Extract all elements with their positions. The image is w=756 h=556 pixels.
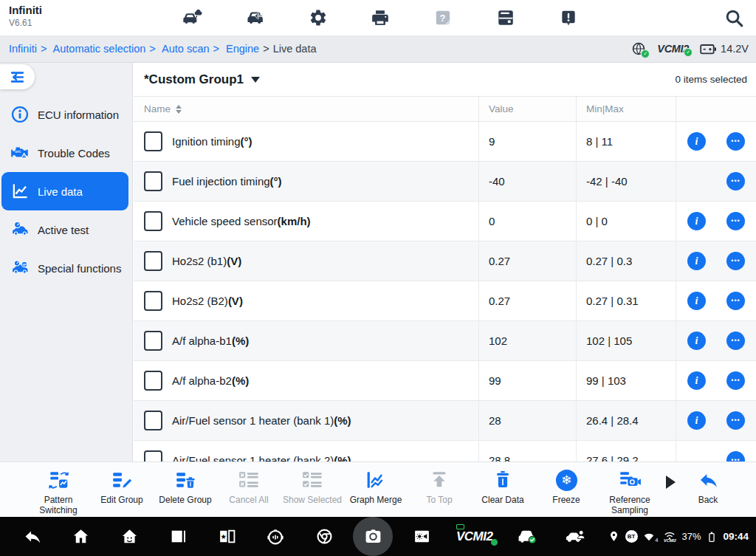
parameter-value: -40 <box>478 162 576 201</box>
more-options-button[interactable]: ••• <box>726 451 745 461</box>
nav-home-android-icon[interactable] <box>112 522 146 552</box>
info-button[interactable]: i <box>687 132 706 151</box>
toolbar-button[interactable]: Reference Sampling <box>598 467 662 516</box>
vci-green-dot <box>491 539 498 546</box>
nav-assistant-icon[interactable] <box>258 522 292 552</box>
table-row[interactable]: Ignition timing(°) 9 8 | 11 i ••• <box>134 122 756 162</box>
cancel-all-icon <box>237 467 261 492</box>
row-checkbox[interactable] <box>144 171 162 191</box>
sidebar-item[interactable]: SP Special functions <box>0 249 133 287</box>
delete-group-icon <box>173 467 197 492</box>
info-button[interactable]: i <box>687 212 706 230</box>
more-options-button[interactable]: ••• <box>726 172 745 191</box>
table-row[interactable]: A/f alpha-b2(%) 99 99 | 103 i ••• <box>134 361 756 401</box>
row-checkbox[interactable] <box>144 411 162 430</box>
table-row[interactable]: Vehicle speed sensor(km/h) 0 0 | 0 i ••• <box>134 202 756 241</box>
active-test-icon <box>10 220 30 239</box>
nav-recents-icon[interactable] <box>161 522 195 552</box>
table-row[interactable]: A/f alpha-b1(%) 102 102 | 105 i ••• <box>134 321 756 361</box>
nav-chrome-icon[interactable] <box>307 522 341 552</box>
settings-gear-icon[interactable] <box>305 7 331 29</box>
report-icon[interactable] <box>555 7 582 29</box>
toolbar-button[interactable]: Edit Group <box>90 467 154 505</box>
table-row[interactable]: Air/Fuel sensor 1 heater (bank 1)(%) 28 … <box>134 401 756 441</box>
collapse-menu-icon <box>8 68 27 86</box>
nav-back-icon[interactable] <box>15 522 49 552</box>
sidebar-collapse-button[interactable] <box>0 64 35 89</box>
table-row[interactable]: Ho2s2 (B2)(V) 0.27 0.27 | 0.31 i ••• <box>134 281 756 321</box>
data-save-icon[interactable] <box>492 7 519 29</box>
more-options-button[interactable]: ••• <box>726 411 745 430</box>
status-cluster: BT 4 VCMI2 37% 09:44 <box>608 530 749 543</box>
help-icon[interactable]: ? <box>430 7 456 29</box>
row-checkbox[interactable] <box>144 291 162 311</box>
breadcrumb-link[interactable]: Automatic selection <box>53 43 146 55</box>
row-checkbox[interactable] <box>144 450 162 461</box>
breadcrumb-link[interactable]: Infiniti <box>9 43 37 55</box>
info-button[interactable]: i <box>687 292 706 310</box>
parameter-name: Air/Fuel sensor 1 heater (bank 1) <box>172 414 334 427</box>
breadcrumb-item: Engine> <box>226 43 259 55</box>
vehicle-cloud-icon[interactable] <box>179 7 206 29</box>
sidebar-items: ECU information DTC! Trouble Codes Live … <box>0 95 133 287</box>
row-checkbox[interactable] <box>144 371 162 391</box>
breadcrumb-link[interactable]: Auto scan <box>162 43 210 55</box>
sidebar-item[interactable]: DTC! Trouble Codes <box>0 134 133 172</box>
info-button[interactable]: i <box>687 252 706 270</box>
row-checkbox[interactable] <box>144 211 162 231</box>
nav-favorites-icon[interactable]: ★ <box>210 522 244 552</box>
more-options-button[interactable]: ••• <box>726 252 745 270</box>
sidebar-item[interactable]: Live data <box>1 172 128 210</box>
breadcrumb-link[interactable]: Engine <box>226 43 259 55</box>
more-options-button[interactable]: ••• <box>726 332 745 350</box>
vehicle-swap-icon[interactable] <box>242 7 269 29</box>
nav-camera-icon[interactable] <box>353 517 393 556</box>
row-checkbox[interactable] <box>144 131 162 151</box>
table-row[interactable]: Air/Fuel sensor 1 heater (bank 2)(%) 28.… <box>134 441 756 461</box>
breadcrumb-item: Auto scan> <box>162 43 223 55</box>
sidebar-item[interactable]: Active test <box>0 210 133 249</box>
more-options-button[interactable]: ••• <box>726 132 745 151</box>
network-ok-badge: ✓ <box>641 49 650 58</box>
nav-display-icon[interactable] <box>405 522 439 552</box>
toolbar-expand-arrow-icon[interactable] <box>666 476 676 489</box>
live-data-table: Ignition timing(°) 9 8 | 11 i ••• <box>134 122 756 461</box>
info-button[interactable]: i <box>687 332 706 350</box>
info-icon: i <box>695 216 698 227</box>
nav-car-person-icon[interactable] <box>559 522 593 552</box>
navbar-vci-app[interactable]: VCMI2 <box>456 529 492 544</box>
search-icon[interactable] <box>724 8 744 28</box>
toolbar-button[interactable]: To Top <box>408 467 471 505</box>
row-checkbox[interactable] <box>144 331 162 351</box>
toolbar-button-label: Reference Sampling <box>599 495 660 516</box>
toolbar-button[interactable]: ❄ Freeze <box>535 467 598 505</box>
toolbar-button[interactable]: Clear Data <box>471 467 535 505</box>
sidebar-item[interactable]: ECU information <box>0 95 133 134</box>
toolbar-button-label: Delete Group <box>159 495 211 505</box>
trouble-codes-icon: DTC! <box>10 143 30 162</box>
table-row[interactable]: Ho2s2 (b1)(V) 0.27 0.27 | 0.3 i ••• <box>134 241 756 281</box>
toolbar-button[interactable]: Graph Merge <box>344 467 408 505</box>
parameter-minmax: 26.4 | 28.4 <box>576 401 676 440</box>
toolbar-button[interactable]: Pattern Switching <box>27 467 90 516</box>
more-options-button[interactable]: ••• <box>726 292 745 310</box>
info-button[interactable]: i <box>687 371 706 390</box>
column-header-name[interactable]: Name <box>134 97 478 121</box>
toolbar-button[interactable]: Show Selected <box>281 467 344 505</box>
bluetooth-icon: BT <box>625 530 638 543</box>
table-row[interactable]: Fuel injection timing(°) -40 -42 | -40 i… <box>134 162 756 202</box>
nav-car-check-icon[interactable] <box>510 522 544 552</box>
info-icon: i <box>695 336 698 346</box>
group-selector[interactable]: *Custom Group1 <box>144 72 260 87</box>
nav-home-icon[interactable] <box>63 522 97 552</box>
more-options-button[interactable]: ••• <box>726 212 745 230</box>
toolbar-button[interactable]: Cancel All <box>217 467 281 505</box>
info-button[interactable]: i <box>687 411 706 430</box>
toolbar-button[interactable]: Delete Group <box>154 467 217 505</box>
network-status: ✓ <box>631 41 646 56</box>
info-icon: i <box>695 416 698 426</box>
printer-icon[interactable] <box>367 7 394 29</box>
back-button[interactable]: Back <box>676 467 740 505</box>
row-checkbox[interactable] <box>144 251 162 271</box>
more-options-button[interactable]: ••• <box>726 371 745 390</box>
